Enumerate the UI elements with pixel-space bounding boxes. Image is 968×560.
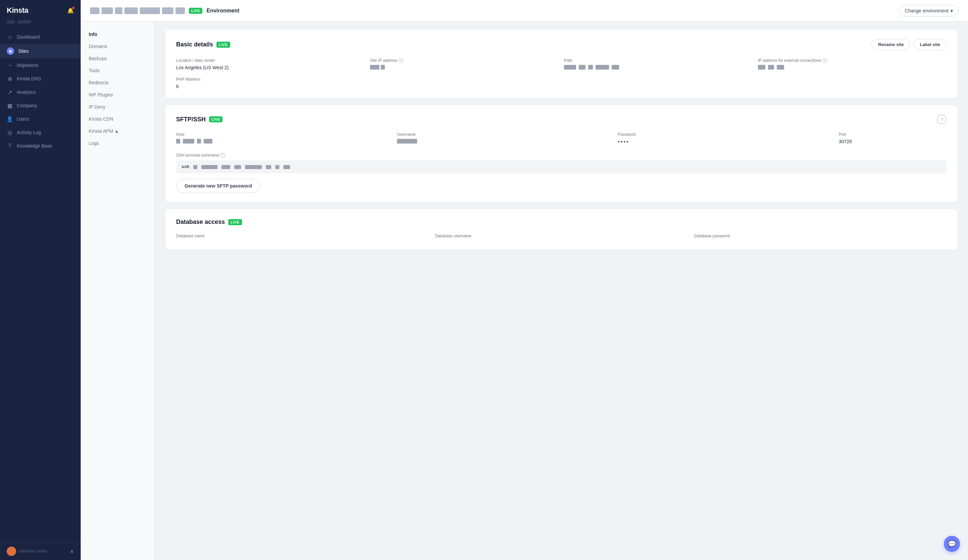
generate-sftp-password-button[interactable]: Generate new SFTP password (176, 179, 260, 193)
path-block-4 (595, 65, 609, 70)
database-live-badge: LIVE (228, 219, 242, 225)
location-value: Los Angeles (US West 2) (176, 65, 365, 70)
notification-dot (72, 7, 75, 9)
user-name-block (19, 550, 36, 553)
sec-nav-kinsta-cdn[interactable]: Kinsta CDN (81, 113, 154, 125)
sftp-live-badge: LIVE (209, 116, 222, 123)
ip-ext-block-3 (777, 65, 784, 70)
host-block-4 (204, 139, 212, 144)
sidebar-label-activity-log: Activity Log (17, 130, 41, 135)
sftp-host-field: Host (176, 132, 391, 145)
username-block (397, 139, 417, 144)
site-block-1 (90, 7, 99, 14)
sidebar-label-company: Company (17, 103, 37, 108)
sidebar-label-migrations: Migrations (17, 63, 39, 68)
basic-details-title-group: Basic details LIVE (176, 41, 230, 48)
site-ip-label: Site IP address ? (370, 58, 559, 63)
company-icon: ▦ (7, 103, 13, 109)
sec-nav-info[interactable]: Info (81, 28, 154, 40)
sidebar-collapse-icon[interactable]: ∧ (70, 548, 74, 555)
house-icon: ⌂ (7, 34, 13, 40)
chat-button[interactable]: 💬 (944, 536, 960, 552)
site-ip-field: Site IP address ? (370, 58, 559, 70)
site-block-7 (176, 7, 185, 14)
path-block-5 (612, 65, 619, 70)
cmd-block-1 (193, 165, 197, 169)
sftp-title: SFTP/SSH (176, 116, 206, 123)
ssh-terminal-command: ssh (176, 160, 946, 174)
sidebar-item-activity-log[interactable]: ◎ Activity Log (0, 126, 81, 139)
main-area: LIVE Environment Change environment ▾ In… (81, 0, 968, 560)
site-block-2 (101, 7, 113, 14)
path-field: Path (564, 58, 753, 70)
live-badge: LIVE (189, 8, 202, 14)
db-name-label: Database name (176, 234, 429, 238)
change-environment-button[interactable]: Change environment ▾ (899, 5, 959, 17)
cmd-block-7 (275, 165, 279, 169)
label-site-button[interactable]: Label site (913, 39, 946, 50)
site-block-5 (140, 7, 160, 14)
chat-icon: 💬 (948, 540, 956, 548)
ssh-cmd-help-icon[interactable]: ? (220, 153, 225, 157)
topbar: LIVE Environment Change environment ▾ (81, 0, 968, 22)
sub-block-1 (7, 20, 15, 23)
location-field: Location / data center Los Angeles (US W… (176, 58, 365, 70)
sftp-username-value (397, 139, 612, 144)
path-block-1 (564, 65, 576, 70)
sidebar-item-analytics[interactable]: ↗ Analytics (0, 85, 81, 99)
sidebar-item-company[interactable]: ▦ Company (0, 99, 81, 112)
sec-nav-ip-deny[interactable]: IP Deny (81, 101, 154, 113)
content-area: Info Domains Backups Tools Redirects WP … (81, 22, 968, 560)
avatar (7, 547, 16, 556)
sidebar-item-kinsta-dns[interactable]: ⊕ Kinsta DNS (0, 72, 81, 85)
sec-nav-wp-plugins[interactable]: WP Plugins (81, 89, 154, 101)
db-username-label: Database username (435, 234, 688, 238)
sidebar-item-knowledge-base[interactable]: ? Knowledge Base (0, 139, 81, 152)
sec-nav-redirects[interactable]: Redirects (81, 77, 154, 89)
users-icon: 👤 (7, 116, 13, 122)
main-content: Basic details LIVE Rename site Label sit… (154, 22, 968, 560)
cmd-block-3 (222, 165, 230, 169)
sidebar-item-users[interactable]: 👤 Users (0, 112, 81, 126)
sidebar-label-knowledge-base: Knowledge Base (17, 143, 52, 149)
sftp-username-label: Username (397, 132, 612, 137)
sec-nav-kinsta-apm[interactable]: Kinsta APM ▲ (81, 125, 154, 137)
sftp-ssh-card: SFTP/SSH LIVE ? Host (165, 105, 957, 202)
ip-external-help-icon[interactable]: ? (822, 58, 827, 63)
path-value (564, 65, 753, 70)
cmd-block-8 (283, 165, 290, 169)
sec-nav-domains[interactable]: Domains (81, 40, 154, 53)
migrations-icon: → (7, 62, 13, 68)
sidebar-nav: ⌂ Dashboard ◉ Sites → Migrations ⊕ Kinst… (0, 28, 81, 542)
sftp-port-label: Port (839, 132, 946, 137)
basic-details-header: Basic details LIVE Rename site Label sit… (176, 39, 946, 50)
bell-icon[interactable]: 🔔 (67, 7, 74, 14)
sftp-host-label: Host (176, 132, 391, 137)
db-name-field: Database name (176, 234, 429, 240)
php-workers-value: 6 (176, 84, 946, 89)
php-workers-label: PHP Workers (176, 77, 946, 82)
rename-site-button[interactable]: Rename site (872, 39, 910, 50)
sftp-title-group: SFTP/SSH LIVE (176, 116, 222, 123)
sftp-help-button[interactable]: ? (937, 114, 946, 124)
sidebar-label-kinsta-dns: Kinsta DNS (17, 76, 41, 81)
sec-nav-tools[interactable]: Tools (81, 65, 154, 77)
site-ip-value (370, 65, 559, 70)
basic-details-fields: Location / data center Los Angeles (US W… (176, 58, 946, 70)
dns-icon: ⊕ (7, 76, 13, 82)
cmd-block-5 (245, 165, 262, 169)
sidebar-user[interactable] (7, 547, 47, 556)
sidebar-item-sites[interactable]: ◉ Sites (0, 44, 81, 58)
sec-nav-backups[interactable]: Backups (81, 53, 154, 65)
sidebar-header-icons: 🔔 (67, 7, 74, 14)
basic-details-card: Basic details LIVE Rename site Label sit… (165, 30, 957, 98)
site-ip-help-icon[interactable]: ? (399, 58, 403, 63)
ip-external-field: IP address for external connections ? (758, 58, 946, 70)
host-block-1 (176, 139, 180, 144)
sec-nav-logs[interactable]: Logs (81, 137, 154, 149)
database-access-card: Database access LIVE Database name Datab… (165, 209, 957, 250)
host-block-3 (197, 139, 201, 144)
sidebar-item-migrations[interactable]: → Migrations (0, 58, 81, 72)
ip-block-1 (370, 65, 380, 70)
sidebar-item-dashboard[interactable]: ⌂ Dashboard (0, 30, 81, 44)
